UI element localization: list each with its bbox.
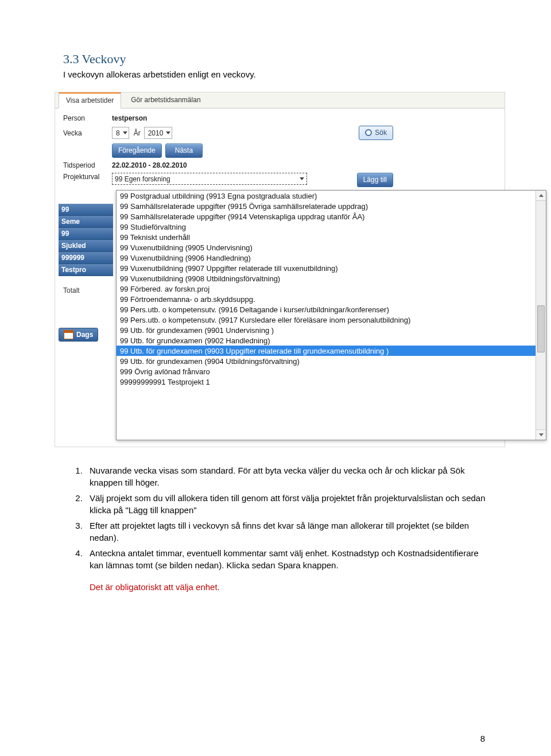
dropdown-item[interactable]: 99 Utb. för grundexamen (9903 Uppgifter … — [117, 346, 536, 356]
dropdown-item[interactable]: 99 Utb. för grundexamen (9901 Undervisni… — [117, 325, 536, 335]
chevron-up-icon — [539, 194, 544, 197]
lagg-till-button[interactable]: Lägg till — [357, 173, 393, 187]
table-row: Testpro — [59, 264, 113, 276]
scroll-up-button[interactable] — [536, 191, 546, 201]
tab-gor-arbetstidsanmalan[interactable]: Gör arbetstidsanmälan — [123, 92, 208, 108]
side-column-partial: 99 Seme 99 Sjukled 999999 Testpro Totalt… — [59, 191, 113, 342]
label-projekturval: Projekturval — [63, 173, 112, 181]
vecka-select[interactable]: 8 — [112, 127, 129, 139]
tab-visa-arbetstider[interactable]: Visa arbetstider — [59, 92, 121, 108]
chevron-down-icon — [300, 177, 304, 180]
label-person: Person — [63, 114, 112, 122]
value-tidsperiod: 22.02.2010 - 28.02.2010 — [112, 161, 187, 169]
projekturval-select[interactable]: 99 Egen forskning — [112, 173, 307, 185]
label-ar: År — [134, 129, 141, 137]
intro-text: I veckovyn allokeras arbetstiden enligt … — [63, 69, 488, 80]
search-icon — [365, 129, 372, 136]
calendar-icon — [64, 330, 73, 339]
scrollbar[interactable] — [536, 191, 546, 440]
list-item: Nuvarande vecka visas som standard. För … — [85, 464, 488, 489]
dropdown-item[interactable]: 99 Vuxenutbildning (9908 Utbildningsförv… — [117, 273, 536, 284]
dropdown-item[interactable]: 99 Utb. för grundexamen (9902 Handlednin… — [117, 335, 536, 346]
steps-list: Nuvarande vecka visas som standard. För … — [63, 464, 488, 571]
table-row: 99 — [59, 204, 113, 216]
dropdown-item[interactable]: 99 Samhällsrelaterade uppgifter (9914 Ve… — [117, 211, 536, 222]
value-person: testperson — [112, 114, 147, 122]
chevron-down-icon — [123, 131, 127, 134]
foregaende-button[interactable]: Föregående — [112, 144, 162, 158]
dropdown-item[interactable]: 99 Tekniskt underhåll — [117, 232, 536, 242]
screenshot-region: Visa arbetstider Gör arbetstidsanmälan P… — [55, 92, 505, 447]
list-item: Efter att projektet lagts till i veckovy… — [85, 519, 488, 544]
chevron-down-icon — [539, 433, 544, 436]
list-item: Välj projekt som du vill allokera tiden … — [85, 492, 488, 516]
scroll-down-button[interactable] — [536, 429, 546, 440]
dropdown-item[interactable]: 99 Vuxenutbildning (9906 Handledning) — [117, 253, 536, 263]
sok-button[interactable]: Sök — [359, 126, 393, 140]
table-row: Sjukled — [59, 240, 113, 252]
dropdown-item[interactable]: 99 Utb. för grundexamen (9904 Utbildning… — [117, 356, 536, 366]
ar-select[interactable]: 2010 — [144, 127, 173, 139]
dropdown-item[interactable]: 99 Postgradual utbildning (9913 Egna pos… — [117, 191, 536, 201]
dropdown-item[interactable]: 99999999991 Testprojekt 1 — [117, 377, 536, 387]
dropdown-item[interactable]: 99 Samhällsrelaterade uppgifter (9915 Öv… — [117, 201, 536, 211]
dropdown-item[interactable]: 99 Vuxenutbildning (9905 Undervisning) — [117, 242, 536, 253]
dropdown-item[interactable]: 99 Förbered. av forskn.proj — [117, 284, 536, 294]
table-row: 999999 — [59, 252, 113, 264]
table-row: Seme — [59, 216, 113, 228]
dropdown-item[interactable]: 99 Pers.utb. o kompetensutv. (9917 Kursl… — [117, 315, 536, 325]
dropdown-item[interactable]: 99 Förtroendemanna- o arb.skyddsuppg. — [117, 294, 536, 304]
mandatory-note: Det är obligatoriskt att välja enhet. — [90, 581, 488, 593]
dags-button[interactable]: Dags — [59, 328, 98, 342]
projekturval-dropdown[interactable]: 99 Postgradual utbildning (9913 Egna pos… — [116, 190, 546, 440]
scrollbar-thumb[interactable] — [537, 305, 545, 352]
tabs-bar: Visa arbetstider Gör arbetstidsanmälan — [55, 92, 505, 108]
label-vecka: Vecka — [63, 129, 112, 137]
list-item: Anteckna antalet timmar, eventuell komme… — [85, 547, 488, 571]
label-totalt: Totalt — [59, 286, 113, 294]
section-heading: 3.3 Veckovy — [63, 52, 488, 67]
dropdown-item[interactable]: 99 Studieförvaltning — [117, 222, 536, 232]
dropdown-item[interactable]: 99 Vuxenutbildning (9907 Uppgifter relat… — [117, 263, 536, 273]
label-tidsperiod: Tidsperiod — [63, 161, 112, 169]
dropdown-item[interactable]: 99 Pers.utb. o kompetensutv. (9916 Delta… — [117, 304, 536, 315]
chevron-down-icon — [166, 131, 170, 134]
dropdown-item[interactable]: 999 Övrig avlönad frånvaro — [117, 366, 536, 377]
table-row: 99 — [59, 228, 113, 240]
nasta-button[interactable]: Nästa — [165, 144, 203, 158]
